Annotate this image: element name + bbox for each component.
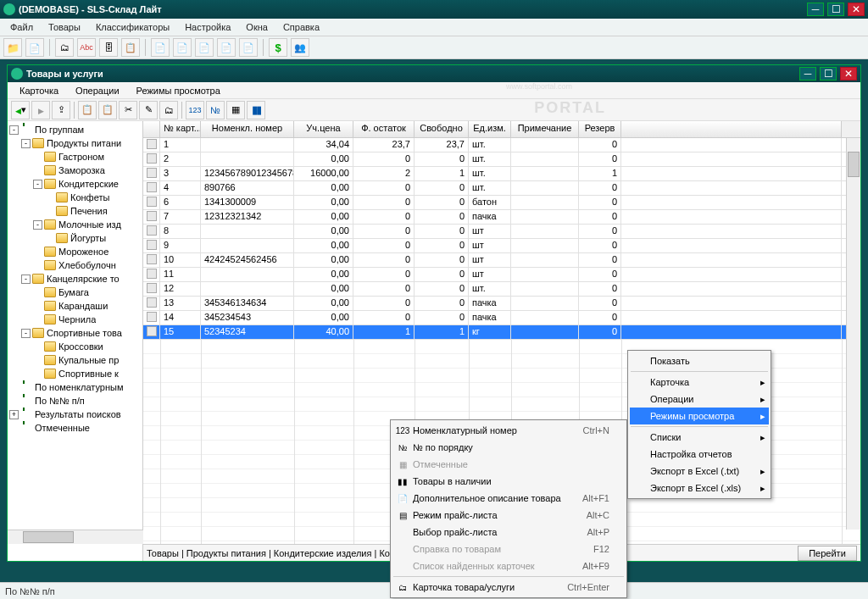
child-menu-ops[interactable]: Операции [67, 84, 127, 97]
column-header[interactable]: Резерв [579, 121, 621, 137]
context-menu-item[interactable]: 123Номенклатурный номерCtrl+N [392, 422, 625, 439]
table-row[interactable]: 155234523440,0011кг0 [143, 325, 846, 340]
context-menu-item[interactable]: ▮▮Товары в наличии [392, 473, 625, 490]
tree-node[interactable]: По номенклатурным [9, 380, 141, 394]
ct-bars[interactable] [247, 101, 265, 119]
table-row[interactable]: 80,0000шт0 [143, 225, 846, 239]
nav-up-button[interactable]: ⇪ [52, 101, 70, 119]
tree-node[interactable]: Йогурты [9, 231, 141, 245]
table-row[interactable]: 312345678901234567816000,0021шт.1 [143, 167, 846, 181]
context-menu-item[interactable]: Выбор прайс-листаAlt+P [392, 524, 625, 541]
tree-node[interactable]: Печения [9, 204, 141, 218]
column-header[interactable]: № карт... [160, 121, 201, 137]
tree-node[interactable]: Отмеченные [9, 421, 141, 435]
tree-node[interactable]: Конфеты [9, 191, 141, 204]
context-menu-main[interactable]: ПоказатьКарточка▸Операции▸Режимы просмот… [627, 350, 771, 499]
maximize-button[interactable]: ☐ [827, 3, 844, 16]
column-header[interactable]: Ф. остаток [353, 121, 415, 137]
tree-toggle[interactable]: - [33, 220, 42, 230]
ct-123[interactable]: 123 [186, 101, 204, 119]
close-button[interactable]: ✕ [848, 3, 865, 16]
table-row[interactable]: 7123123213420,0000пачка0 [143, 210, 846, 225]
tree-node[interactable]: -Продукты питани [9, 136, 141, 150]
minimize-button[interactable]: ─ [807, 3, 824, 16]
tree-node[interactable]: Гастроном [9, 150, 141, 164]
child-titlebar[interactable]: Товары и услуги ─ ☐ ✕ [8, 65, 860, 82]
table-row[interactable]: 133453461346340,0000пачка0 [143, 297, 846, 311]
menu-help[interactable]: Справка [276, 20, 326, 34]
tree-toggle[interactable]: + [9, 410, 19, 419]
ct-edit[interactable]: ✎ [139, 101, 158, 119]
tree-node[interactable]: Кроссовки [9, 340, 141, 353]
tree-node[interactable]: Бумага [9, 286, 141, 299]
tool-abc[interactable]: Abc [77, 38, 96, 57]
context-menu-item[interactable]: 🗂Карточка товара/услугиCtrl+Enter [392, 579, 625, 596]
tree-toggle[interactable]: - [21, 329, 31, 338]
menu-file[interactable]: Файл [3, 20, 40, 34]
ct-paste[interactable]: 📋 [98, 101, 117, 119]
column-header[interactable] [143, 121, 160, 137]
tree-hscroll-thumb[interactable] [23, 531, 74, 543]
column-header[interactable]: Свободно [415, 121, 469, 137]
tool-doc4[interactable]: 📄 [217, 38, 236, 57]
tree-node[interactable]: Заморозка [9, 164, 141, 177]
child-close-button[interactable]: ✕ [840, 67, 857, 80]
go-button[interactable]: Перейти [798, 546, 857, 561]
nav-fwd-button[interactable] [31, 101, 50, 119]
tree-node[interactable]: Чернила [9, 313, 141, 326]
tree-hscroll[interactable] [8, 530, 143, 544]
table-row[interactable]: 90,0000шт0 [143, 239, 846, 253]
context-menu-item[interactable]: Настройка отчетов [630, 446, 769, 463]
tree-node[interactable]: -Канцелярские то [9, 272, 141, 286]
tool-doc3[interactable]: 📄 [195, 38, 214, 57]
table-row[interactable]: 20,0000шт.0 [143, 153, 846, 167]
tree-node[interactable]: Мороженое [9, 245, 141, 258]
context-menu-item[interactable]: ▤Режим прайс-листаAlt+C [392, 507, 625, 524]
context-submenu-viewmodes[interactable]: 123Номенклатурный номерCtrl+N№№ по поряд… [390, 419, 627, 598]
ct-grid[interactable]: ▦ [226, 101, 245, 119]
tree-node[interactable]: По №№ п/п [9, 394, 141, 408]
context-menu-item[interactable]: №№ по порядку [392, 439, 625, 456]
tool-6[interactable]: 📋 [121, 38, 140, 57]
ct-copy[interactable]: 📋 [78, 101, 97, 119]
tree-panel[interactable]: -По группам-Продукты питаниГастрономЗамо… [8, 121, 143, 561]
vscroll-thumb[interactable] [848, 152, 860, 177]
context-menu-item[interactable]: Режимы просмотра▸ [630, 408, 769, 424]
tree-node[interactable]: +Результаты поисков [9, 408, 141, 421]
tree-node[interactable]: Купальные пр [9, 353, 141, 367]
tree-node[interactable]: -Молочные изд [9, 218, 141, 231]
tool-currency[interactable] [269, 38, 287, 57]
tree-node[interactable]: -Спортивные това [9, 326, 141, 340]
table-row[interactable]: 110,0000шт0 [143, 268, 846, 282]
menu-classifiers[interactable]: Классификаторы [89, 20, 176, 34]
tool-doc1[interactable]: 📄 [151, 38, 170, 57]
tree-toggle[interactable]: - [33, 180, 42, 189]
column-header[interactable]: Уч.цена [294, 121, 353, 137]
menu-goods[interactable]: Товары [42, 20, 87, 34]
child-maximize-button[interactable]: ☐ [820, 67, 837, 80]
table-row[interactable]: 143452345430,0000пачка0 [143, 311, 846, 325]
menu-settings[interactable]: Настройка [178, 20, 237, 34]
tree-toggle[interactable]: - [9, 125, 19, 135]
context-menu-item[interactable]: Экспорт в Excel (.xls)▸ [630, 480, 769, 496]
tool-people[interactable]: 👥 [291, 38, 309, 57]
tree-node[interactable]: -Кондитерские [9, 177, 141, 191]
table-row[interactable]: 48907660,0000шт.0 [143, 181, 846, 196]
tree-node[interactable]: -По группам [9, 123, 141, 136]
context-menu-item[interactable]: Операции▸ [630, 391, 769, 408]
main-titlebar[interactable]: (DEMOBASE) - SLS-Склад Лайт ─ ☐ ✕ [0, 0, 868, 19]
tool-doc5[interactable]: 📄 [239, 38, 258, 57]
tool-save[interactable] [25, 38, 44, 57]
context-menu-item[interactable]: Показать [630, 352, 769, 369]
ct-no[interactable]: № [206, 101, 225, 119]
column-header[interactable] [621, 121, 842, 137]
table-row[interactable]: 120,0000шт.0 [143, 282, 846, 297]
column-header[interactable]: Примечание [511, 121, 579, 137]
nav-back-button[interactable]: ▾ [11, 101, 30, 119]
context-menu-item[interactable]: Списки▸ [630, 429, 769, 446]
tree-node[interactable]: Карандаши [9, 299, 141, 313]
context-menu-item[interactable]: Экспорт в Excel (.txt)▸ [630, 463, 769, 480]
context-menu-item[interactable]: 📄Дополнительное описание товараAlt+F1 [392, 490, 625, 507]
tree-node[interactable]: Хлебобулочн [9, 258, 141, 272]
table-row[interactable]: 134,0423,723,7шт.0 [143, 138, 846, 153]
